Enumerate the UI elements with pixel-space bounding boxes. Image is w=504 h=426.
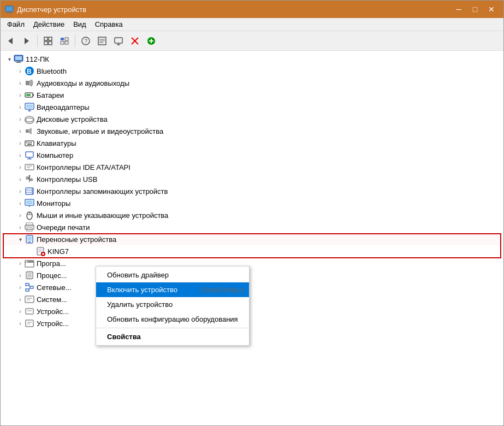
- tree-item-print[interactable]: › Очереди печати: [3, 221, 501, 233]
- forward-button[interactable]: [19, 33, 34, 49]
- minimize-button[interactable]: ─: [451, 3, 466, 15]
- tree-item-device1[interactable]: › Устройс...: [3, 305, 501, 317]
- display-icon: [25, 102, 34, 112]
- mouse-icon: [25, 210, 34, 220]
- print-label: Очереди печати: [37, 223, 501, 232]
- svg-rect-110: [26, 320, 33, 327]
- tree-item-program[interactable]: › Програ...: [3, 257, 501, 269]
- tree-item-king7[interactable]: KING7: [3, 245, 501, 257]
- cpu-icon: [25, 270, 34, 280]
- network-icon: [25, 282, 34, 292]
- menu-action[interactable]: Действие: [29, 19, 69, 29]
- svg-rect-40: [26, 104, 33, 108]
- usb-expander[interactable]: ›: [16, 175, 25, 184]
- tree-item-audio[interactable]: › ) Аудиовходы и аудиовыходы: [3, 77, 501, 89]
- ide-icon: [25, 162, 34, 172]
- tree-item-device2[interactable]: › Устройс...: [3, 317, 501, 329]
- device2-expander[interactable]: ›: [16, 319, 25, 328]
- view-grid-button[interactable]: [40, 33, 56, 49]
- svg-point-91: [26, 261, 28, 263]
- svg-rect-93: [27, 273, 32, 277]
- tree-item-display[interactable]: › Видеоадаптеры: [3, 101, 501, 113]
- view-list-button[interactable]: [57, 33, 72, 49]
- storage-expander[interactable]: ›: [16, 187, 25, 196]
- tree-item-sound[interactable]: › Звуковые, игровые и видеоустройства: [3, 125, 501, 137]
- svg-rect-0: [5, 6, 13, 11]
- portable-expander[interactable]: ▾: [16, 235, 25, 244]
- close-button[interactable]: ✕: [484, 3, 499, 15]
- context-menu-update-driver[interactable]: Обновить драйвер: [96, 268, 249, 282]
- svg-rect-54: [26, 152, 33, 157]
- tree-item-ide[interactable]: › Контроллеры IDE ATA/ATAPI: [3, 161, 501, 173]
- menu-help[interactable]: Справка: [91, 19, 127, 29]
- context-menu-remove-device[interactable]: Удалить устройство: [96, 297, 249, 312]
- svg-rect-37: [26, 94, 31, 96]
- cpu-expander[interactable]: ›: [16, 271, 25, 280]
- disk-expander[interactable]: ›: [16, 115, 25, 123]
- update-button[interactable]: [144, 33, 159, 49]
- svg-point-71: [32, 193, 33, 194]
- tree-item-system[interactable]: › Систем...: [3, 293, 501, 305]
- keyboard-expander[interactable]: ›: [16, 139, 25, 147]
- battery-expander[interactable]: ›: [16, 91, 25, 99]
- svg-marker-3: [8, 38, 13, 44]
- svg-rect-101: [30, 286, 33, 288]
- tree-item-disk[interactable]: › Дисковые устройства: [3, 113, 501, 125]
- audio-expander[interactable]: ›: [16, 79, 25, 87]
- device-tree[interactable]: ▾ 112-ПК › B: [3, 53, 501, 423]
- print-expander[interactable]: ›: [16, 223, 25, 232]
- svg-text:): ): [32, 80, 33, 85]
- root-expander[interactable]: ▾: [5, 55, 14, 63]
- menubar: Файл Действие Вид Справка: [1, 18, 503, 31]
- tree-item-monitor[interactable]: › Мониторы: [3, 197, 501, 209]
- svg-rect-73: [26, 200, 33, 204]
- delete-button[interactable]: [127, 33, 143, 49]
- svg-marker-65: [28, 175, 31, 177]
- usb-icon: [25, 174, 34, 184]
- network-expander[interactable]: ›: [16, 283, 25, 292]
- menu-file[interactable]: Файл: [3, 19, 29, 29]
- tree-item-network[interactable]: › Сетевые...: [3, 281, 501, 293]
- context-menu-update-hardware[interactable]: Обновить конфигурацию оборудования: [96, 312, 249, 327]
- device1-icon: [25, 306, 34, 316]
- program-expander[interactable]: ›: [16, 259, 25, 268]
- svg-rect-52: [31, 142, 32, 143]
- help-button[interactable]: ?: [78, 33, 93, 49]
- tree-item-bluetooth[interactable]: › B Bluetooth: [3, 65, 501, 77]
- computer-expander[interactable]: ›: [16, 151, 25, 159]
- tree-item-computer[interactable]: › Компьютер: [3, 149, 501, 161]
- device1-expander[interactable]: ›: [16, 307, 25, 316]
- svg-rect-102: [26, 289, 29, 291]
- menu-view[interactable]: Вид: [69, 19, 91, 29]
- info-button[interactable]: [94, 33, 110, 49]
- bluetooth-expander[interactable]: ›: [16, 67, 25, 75]
- svg-rect-7: [44, 42, 48, 45]
- tree-item-storage[interactable]: › Контроллеры запоминающих устройств: [3, 185, 501, 197]
- storage-icon: [25, 186, 34, 196]
- display-expander[interactable]: ›: [16, 103, 25, 111]
- tree-item-usb[interactable]: › Контроллеры USB: [3, 173, 501, 185]
- tree-item-mouse[interactable]: › Мыши и иные указывающие устройства: [3, 209, 501, 221]
- context-menu-properties[interactable]: Свойства: [96, 329, 249, 344]
- maximize-button[interactable]: □: [467, 3, 483, 15]
- tree-item-portable[interactable]: ▾ Переносные устройства: [3, 233, 501, 245]
- tree-item-battery[interactable]: › Батареи: [3, 89, 501, 101]
- back-button[interactable]: [3, 33, 18, 49]
- king7-icon: [35, 246, 45, 256]
- ide-expander[interactable]: ›: [16, 163, 25, 171]
- tree-root[interactable]: ▾ 112-ПК: [3, 53, 501, 65]
- monitor-expander[interactable]: ›: [16, 199, 25, 208]
- tree-item-keyboard[interactable]: › Клавиатуры: [3, 137, 501, 149]
- svg-rect-105: [25, 296, 34, 303]
- app-icon: [5, 5, 14, 14]
- monitor-button[interactable]: [111, 33, 126, 49]
- svg-rect-2: [7, 13, 12, 13]
- context-menu-enable-device[interactable]: Включить устройство CompConfig.ru: [96, 282, 249, 297]
- mouse-expander[interactable]: ›: [16, 211, 25, 220]
- ide-label: Контроллеры IDE ATA/ATAPI: [37, 163, 501, 171]
- tree-item-cpu[interactable]: › Процес...: [3, 269, 501, 281]
- system-expander[interactable]: ›: [16, 295, 25, 304]
- computer-label: Компьютер: [37, 151, 501, 159]
- display-label: Видеоадаптеры: [37, 103, 501, 111]
- sound-expander[interactable]: ›: [16, 127, 25, 135]
